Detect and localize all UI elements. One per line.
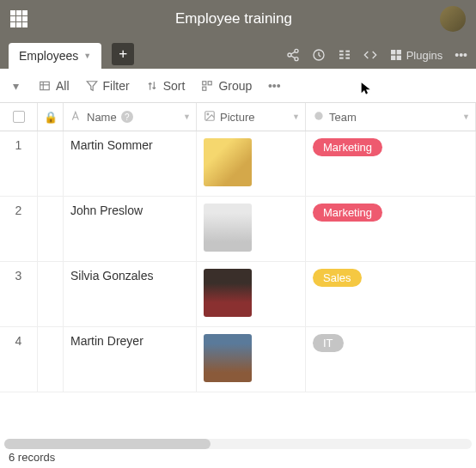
chevron-down-icon[interactable]: ▼	[83, 52, 91, 60]
cell-team[interactable]: Sales	[306, 262, 476, 326]
lock-icon: 🔒	[44, 111, 58, 124]
table-row[interactable]: 1Martin SommerMarketing	[0, 131, 476, 197]
column-header-name[interactable]: Name ? ▼	[64, 103, 197, 131]
filter-button[interactable]: Filter	[85, 79, 130, 93]
cell-name[interactable]: Martin Sommer	[64, 131, 197, 196]
svg-rect-7	[345, 51, 350, 52]
chevron-down-icon[interactable]: ▼	[292, 112, 300, 121]
more-icon[interactable]: •••	[267, 79, 281, 93]
employee-photo[interactable]	[204, 204, 252, 252]
cell-picture[interactable]	[197, 131, 306, 196]
cell-team[interactable]: Marketing	[306, 131, 476, 196]
group-icon	[200, 79, 214, 93]
svg-point-24	[207, 113, 209, 115]
row-lock	[38, 327, 64, 392]
chevron-down-icon[interactable]: ▾	[9, 79, 22, 93]
filter-icon	[85, 79, 99, 93]
tab-label: Employees	[19, 49, 78, 63]
cell-picture[interactable]	[197, 327, 306, 392]
text-icon	[70, 110, 82, 125]
team-tag[interactable]: Sales	[313, 269, 362, 287]
employee-photo[interactable]	[204, 269, 252, 317]
add-tab-button[interactable]: +	[112, 43, 134, 65]
row-lock	[38, 262, 64, 326]
svg-point-0	[295, 49, 298, 52]
svg-rect-14	[391, 56, 395, 60]
row-lock	[38, 197, 64, 261]
view-all-button[interactable]: All	[38, 79, 70, 93]
cell-name[interactable]: Silvia Gonzales	[64, 262, 197, 326]
column-header-picture[interactable]: Picture ▼	[197, 103, 306, 131]
tab-employees[interactable]: Employees ▼	[9, 43, 101, 69]
page-title: Employee training	[27, 10, 440, 27]
cell-team[interactable]: IT	[306, 327, 476, 392]
svg-line-4	[290, 56, 295, 58]
row-index: 1	[0, 131, 38, 196]
more-icon[interactable]: •••	[455, 48, 467, 62]
tag-icon	[313, 110, 325, 125]
svg-line-3	[290, 52, 295, 54]
svg-point-2	[295, 58, 298, 61]
row-lock	[38, 131, 64, 196]
svg-rect-12	[391, 50, 395, 54]
svg-rect-8	[339, 54, 344, 56]
svg-marker-19	[87, 81, 97, 90]
app-menu-icon[interactable]	[10, 10, 27, 27]
row-index: 3	[0, 262, 38, 326]
svg-rect-11	[345, 58, 350, 59]
table-row[interactable]: 2John PreslowMarketing	[0, 197, 476, 262]
share-icon[interactable]	[286, 48, 300, 62]
code-icon[interactable]	[363, 48, 377, 62]
cell-picture[interactable]	[197, 197, 306, 261]
cell-picture[interactable]	[197, 262, 306, 326]
user-avatar[interactable]	[440, 6, 466, 32]
history-icon[interactable]	[312, 48, 326, 62]
svg-rect-10	[339, 58, 344, 59]
svg-rect-6	[339, 51, 344, 52]
group-button[interactable]: Group	[200, 79, 252, 93]
cell-name[interactable]: John Preslow	[64, 197, 197, 261]
team-tag[interactable]: IT	[313, 334, 344, 352]
image-icon	[204, 110, 216, 125]
horizontal-scrollbar[interactable]	[4, 439, 472, 449]
settings-icon[interactable]	[338, 48, 351, 62]
table-row[interactable]: 4Martin DreyerIT	[0, 327, 476, 392]
employee-photo[interactable]	[204, 334, 252, 382]
chevron-down-icon[interactable]: ▼	[183, 112, 191, 121]
svg-rect-15	[396, 56, 400, 60]
chevron-down-icon[interactable]: ▼	[462, 112, 470, 121]
svg-rect-20	[203, 81, 206, 84]
select-all-checkbox[interactable]	[13, 111, 25, 123]
plugins-label: Plugins	[406, 49, 443, 62]
help-icon[interactable]: ?	[121, 111, 133, 123]
team-tag[interactable]: Marketing	[313, 138, 382, 156]
team-tag[interactable]: Marketing	[313, 204, 382, 222]
row-index: 4	[0, 327, 38, 392]
cell-team[interactable]: Marketing	[306, 197, 476, 261]
svg-point-1	[288, 53, 291, 57]
svg-rect-22	[203, 87, 206, 90]
sort-button[interactable]: Sort	[145, 79, 186, 93]
cell-name[interactable]: Martin Dreyer	[64, 327, 197, 392]
plugins-button[interactable]: Plugins	[389, 48, 443, 62]
svg-rect-9	[345, 54, 350, 56]
column-header-team[interactable]: Team ▼	[306, 103, 476, 131]
employee-photo[interactable]	[204, 138, 252, 186]
svg-rect-16	[40, 82, 50, 89]
svg-rect-13	[396, 50, 400, 54]
record-count: 6 records	[9, 451, 55, 464]
column-lock: 🔒	[38, 103, 64, 131]
svg-point-25	[314, 112, 322, 119]
table-row[interactable]: 3Silvia GonzalesSales	[0, 262, 476, 327]
scrollbar-thumb[interactable]	[4, 439, 211, 449]
sort-icon	[145, 79, 159, 93]
column-checkbox	[0, 103, 38, 131]
svg-rect-21	[209, 81, 212, 84]
table-icon	[38, 79, 52, 93]
row-index: 2	[0, 197, 38, 261]
